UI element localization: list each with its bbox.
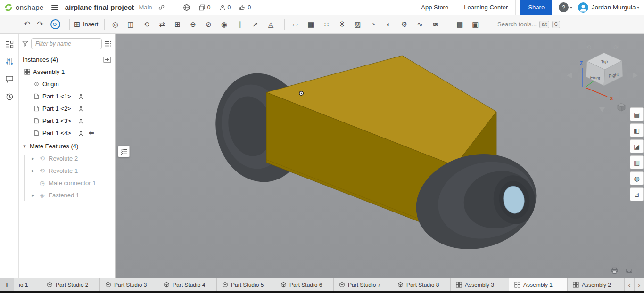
mate-connector-icon[interactable]: ◬ [264,18,277,31]
tree-item-assembly-1[interactable]: Assembly 1 [19,65,115,78]
replicate-icon[interactable]: ▱ [289,18,301,31]
share-button[interactable]: Share [520,0,552,15]
appearance-icon[interactable]: ◍ [630,171,644,185]
chevron-right-icon[interactable]: ▸ [30,155,36,162]
user-caret-icon[interactable]: ▾ [637,5,639,10]
mate-connector-marker[interactable] [299,91,303,95]
user-menu[interactable]: Jordan Murguia [592,4,636,11]
view-settings-icon[interactable]: ◧ [630,123,644,137]
rotate-left-arrow[interactable] [567,73,572,78]
tab-part-studio-8[interactable]: Part Studio 8 [392,278,451,291]
tab-part-studio-7[interactable]: Part Studio 7 [334,278,392,291]
create-tab-button[interactable]: + [0,278,14,291]
search-tools-button[interactable]: Search tools... alt C [497,21,560,28]
tab-assembly-1[interactable]: Assembly 1 [509,278,568,291]
view-cube[interactable]: ⟲ ⟳ Z Y X Top Front Right [567,44,638,112]
tab-assembly-3[interactable]: Assembly 3 [451,278,509,291]
measure-icon[interactable]: ⊿ [630,187,644,201]
sync-icon[interactable]: ⟳ [50,19,60,29]
like-counter[interactable]: 0 [239,4,251,11]
mate-joint-icon[interactable] [78,106,84,112]
mate-feature-mate-connector-1[interactable]: ◷ Mate connector 1 [19,177,115,189]
mate-feature-fastened-1[interactable]: ▸ ◈ Fastened 1 [19,189,115,201]
copy-counter[interactable]: 0 [199,4,211,11]
history-icon[interactable] [5,92,14,101]
gear-relation-icon[interactable]: ⚙ [398,18,410,31]
revolute-mate-icon[interactable]: ⟲ [140,18,152,31]
main-menu-icon[interactable] [51,3,58,12]
mate-feature-revolute-2[interactable]: ▸ ⟲ Revolute 2 [19,152,115,164]
user-avatar[interactable] [578,2,588,13]
mate-joint-icon[interactable] [78,93,84,99]
chevron-right-icon[interactable]: ▸ [30,168,36,174]
help-caret-icon[interactable]: ▾ [570,5,572,10]
rotate-ccw-arrow[interactable]: ⟲ [586,44,591,51]
document-title[interactable]: airplane final project [65,3,134,11]
scale-bar-icon[interactable] [626,267,633,274]
redo-button[interactable]: ↷ [37,20,43,28]
learning-center-button[interactable]: Learning Center [456,0,516,15]
undo-button[interactable]: ↶ [24,20,30,28]
parallel-mate-icon[interactable]: ∥ [233,18,246,31]
tangent-mate-icon[interactable]: ↗ [249,18,261,31]
panel-toggle-icon[interactable] [103,57,111,63]
circular-pattern-icon[interactable]: ※ [336,18,348,31]
named-positions-icon[interactable]: ◔ [367,18,379,31]
rotate-right-arrow[interactable] [633,73,638,78]
group-icon[interactable]: ◫ [124,18,137,31]
cylindrical-mate-icon[interactable]: ⊖ [187,18,199,31]
follow-counter[interactable]: 0 [219,4,231,11]
mate-features-section-header[interactable]: ▾ Mate Features (4) [19,140,115,152]
globe-icon[interactable] [183,4,190,11]
tabs-scroll-left-button[interactable]: ‹ [624,278,634,291]
display-states-icon[interactable]: ◐ [382,18,395,31]
bom-icon[interactable]: ▤ [454,18,466,31]
help-button[interactable]: ? [559,2,569,12]
app-store-button[interactable]: App Store [413,0,456,15]
tree-item-part-1-1[interactable]: Part 1 <1> [19,90,115,102]
rotate-down-arrow[interactable] [599,107,605,112]
tab-assembly-2[interactable]: Assembly 2 [568,278,624,291]
tree-item-part-1-3[interactable]: Part 1 <3> [19,114,115,127]
appearance-panel-icon[interactable]: ▨ [351,18,363,31]
tabs-scroll-right-button[interactable]: › [634,278,644,291]
tree-item-part-1-2[interactable]: Part 1 <2> [19,102,115,114]
rack-pinion-relation-icon[interactable]: ≋ [429,18,441,31]
mate-joint-icon[interactable] [78,130,84,136]
3d-viewport[interactable]: ⟲ ⟳ Z Y X Top Front Right [116,34,644,278]
tab-part-studio-4[interactable]: Part Studio 4 [158,278,217,291]
slider-mate-icon[interactable]: ⇄ [156,18,168,31]
screenshot-icon[interactable] [611,267,618,274]
workspace-name[interactable]: Main [139,4,152,11]
section-view-icon[interactable]: ◪ [630,139,644,153]
standard-content-icon[interactable]: ▦ [305,18,317,31]
tab-part-studio-6[interactable]: Part Studio 6 [275,278,334,291]
tree-item-part-1-4[interactable]: Part 1 <4> ⇐ [19,127,115,139]
mate-features-list-button[interactable] [118,146,130,157]
comments-icon[interactable] [5,74,14,84]
onshape-logo[interactable] [4,3,13,12]
view-cube-menu-icon[interactable] [618,103,625,111]
tree-item-origin[interactable]: Origin [19,78,115,90]
rotate-cw-arrow[interactable]: ⟳ [613,44,619,51]
instances-panel-icon[interactable] [5,40,14,49]
mate-joint-icon[interactable] [78,118,84,124]
tab-part-studio-1[interactable]: io 1 [14,278,41,291]
share-link-icon[interactable] [158,4,165,11]
screw-relation-icon[interactable]: ∿ [413,18,426,31]
pin-slot-mate-icon[interactable]: ⊘ [202,18,215,31]
insert-button[interactable]: ⊞ Insert [74,20,99,29]
filter-input[interactable] [31,38,102,49]
list-view-icon[interactable] [104,41,112,47]
tab-part-studio-2[interactable]: Part Studio 2 [41,278,100,291]
tab-part-studio-3[interactable]: Part Studio 3 [100,278,158,291]
configurations-icon[interactable] [5,57,14,66]
mate-feature-revolute-1[interactable]: ▸ ⟲ Revolute 1 [19,164,115,177]
tab-part-studio-5[interactable]: Part Studio 5 [217,278,275,291]
filter-icon[interactable] [22,40,29,47]
linear-pattern-icon[interactable]: ∷ [320,18,332,31]
interference-detection-icon[interactable]: ▣ [469,18,481,31]
mate-icon[interactable]: ◎ [109,18,121,31]
named-views-icon[interactable]: ▥ [630,155,644,169]
bom-panel-icon[interactable]: ▤ [630,107,644,121]
